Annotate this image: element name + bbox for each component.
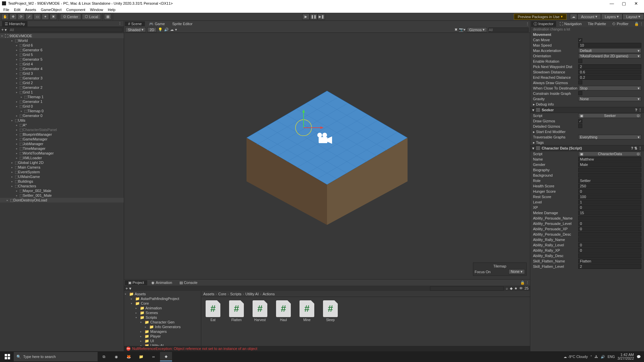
project-folder[interactable]: ▸📁 AstarPathfindingProject [125, 296, 200, 301]
hierarchy-item[interactable]: ▸⬚ EventSystem [0, 170, 124, 174]
hierarchy-item[interactable]: ▸⬚ UIMainGame [0, 174, 124, 179]
preview-packages-button[interactable]: Preview Packages in Use ▾ [514, 14, 567, 20]
detailed-gizmos-checkbox[interactable] [578, 124, 582, 128]
project-add-button[interactable]: + ▾ [125, 286, 131, 291]
char-hunger-input[interactable] [578, 189, 641, 194]
sfl-input[interactable] [578, 264, 641, 269]
pivot-center-button[interactable]: ⊙Center [60, 14, 81, 20]
hierarchy-item[interactable]: ▸⬚ Generator 1 [0, 99, 124, 104]
hierarchy-item[interactable]: ▸⬚ Buildings [0, 179, 124, 184]
constrain-checkbox[interactable] [578, 91, 582, 95]
pivot-local-button[interactable]: ⬡Local [82, 14, 101, 20]
char-gender-input[interactable] [578, 162, 641, 167]
project-folder[interactable]: ▸📁 Player [125, 334, 200, 339]
project-folder[interactable]: ▾📁 Character Gen [125, 320, 200, 324]
breadcrumb-item[interactable]: Actions [263, 292, 275, 296]
hierarchy-item[interactable]: ▸⬚ CharacterStatsPanel [0, 127, 124, 132]
pause-button[interactable]: ❚❚ [310, 14, 317, 20]
sfn-input[interactable] [578, 259, 641, 263]
asset-grid[interactable]: #Eat#Flatten#Harvest#Haul#Mine#Sleep [201, 297, 530, 346]
scene-search-input[interactable] [488, 27, 529, 32]
asset-item[interactable]: #Flatten [228, 300, 245, 322]
tab-navigation[interactable]: ⛶ Navigation [557, 21, 584, 26]
hierarchy-item[interactable]: ▸⬚ Tilemap 0 [0, 109, 124, 113]
arn-input[interactable] [578, 237, 641, 242]
gizmos-dropdown[interactable]: Gizmos ▾ [467, 27, 487, 32]
seeker-script-field[interactable]: ▣ Seeker⊙ [578, 113, 641, 118]
focus-on-dropdown[interactable]: None ▾ [508, 269, 525, 274]
hierarchy-item[interactable]: ▸⬚ GameManager [0, 137, 124, 141]
project-folder[interactable]: ▾📁 Utility AI [125, 343, 200, 346]
close-button[interactable]: ✕ [630, 1, 642, 6]
account-dropdown[interactable]: Account ▾ [577, 14, 601, 20]
hierarchy-item[interactable]: ▸⬚ Generator 6 [0, 48, 124, 52]
tray-lang[interactable]: ENG [607, 355, 615, 359]
project-folder[interactable]: ▸📁 Animation [125, 306, 200, 310]
component-menu-icon[interactable]: ⋮ [638, 108, 642, 112]
ard-input[interactable] [578, 253, 641, 258]
end-reached-input[interactable] [578, 75, 641, 80]
tab-animation[interactable]: ◉ Animation [148, 280, 175, 285]
hierarchy-item[interactable]: ▸⬚ TimeManager [0, 146, 124, 151]
scale-tool-button[interactable]: ⤢ [25, 14, 33, 20]
when-close-dropdown[interactable]: Stop▾ [578, 86, 641, 90]
tray-volume-icon[interactable]: 🔊 [601, 355, 605, 359]
preset-icon[interactable]: ⇅ [634, 146, 637, 150]
menu-component[interactable]: Component [64, 8, 87, 12]
orientation-dropdown[interactable]: YAxisForward (for 2D games)▾ [578, 54, 641, 58]
add-gameobject-button[interactable]: + ▾ [1, 27, 7, 32]
hierarchy-item[interactable]: ▸⬚ XMLLoader [0, 156, 124, 160]
tabs-menu-icon[interactable]: ⋮ [526, 22, 529, 26]
char-name-input[interactable] [578, 157, 641, 162]
layers-dropdown[interactable]: Layers ▾ [601, 14, 623, 20]
hand-tool-button[interactable]: ✋ [1, 14, 9, 20]
traversable-dropdown[interactable]: Everything▾ [578, 135, 641, 139]
max-speed-input[interactable] [578, 43, 641, 48]
seeker-component-header[interactable]: ▾Seeker?⋮ [530, 107, 644, 113]
weather-widget[interactable]: ☁ -9°C Cloudy [564, 355, 588, 359]
characterdata-component-header[interactable]: ▾Character Data (Script)?⇅⋮ [530, 145, 644, 151]
hierarchy-item[interactable]: ▸⬚ DontDestroyOnLoad [0, 198, 124, 202]
scene-camera-settings-icon[interactable]: 📷▾ [459, 27, 466, 32]
move-tool-button[interactable]: ✥ [9, 14, 17, 20]
char-level-input[interactable] [578, 200, 641, 204]
tab-scene[interactable]: # Scene [125, 21, 145, 26]
asset-item[interactable]: #Sleep [322, 300, 339, 322]
hierarchy-item[interactable]: ▸⬚ Main Camera [0, 165, 124, 170]
hierarchy-item[interactable]: ▸⬚ Grid 2 [0, 80, 124, 85]
hierarchy-item[interactable]: ▸⬚ Grid 3 [0, 71, 124, 76]
apn-input[interactable] [578, 216, 641, 221]
layout-dropdown[interactable]: Layout ▾ [623, 14, 644, 20]
hierarchy-item[interactable]: ▸⬚ Generator 0 [0, 113, 124, 118]
hierarchy-item[interactable]: ▸⬚ Mayor_002_Male [0, 188, 124, 193]
arl-input[interactable] [578, 243, 641, 247]
help-icon[interactable]: ? [635, 108, 637, 112]
tab-tile-palette[interactable]: Tile Palette [585, 21, 609, 26]
hierarchy-item[interactable]: ▸⬚ Generator 2 [0, 85, 124, 90]
hierarchy-scene[interactable]: ▾⛶ 99DEVMODE [0, 34, 124, 38]
project-folder[interactable]: ▾📁 Core [125, 301, 200, 306]
hierarchy-item[interactable]: ▸⬚ WorldToolManager [0, 151, 124, 156]
char-rest-input[interactable] [578, 194, 641, 199]
project-root[interactable]: ▾📁 Assets [125, 292, 200, 296]
hierarchy-item[interactable]: ▸⬚ BlueprintManager [0, 132, 124, 137]
scene-camera-icon[interactable]: ✖ [454, 27, 458, 32]
apl-input[interactable] [578, 221, 641, 226]
hierarchy-tab[interactable]: ☰ Hierarchy [2, 21, 28, 26]
inspector-menu-icon[interactable]: ⋮ [640, 22, 643, 26]
char-role-input[interactable] [578, 178, 641, 183]
tray-notifications-icon[interactable]: 💬 [637, 355, 641, 359]
cloud-button[interactable]: ☁ [570, 14, 577, 20]
hierarchy-item[interactable]: ▸⬚ JobManager [0, 141, 124, 146]
tab-inspector[interactable]: ⓘ Inspector [531, 21, 556, 27]
transform-tool-button[interactable]: ✦ [42, 14, 49, 20]
hierarchy-item[interactable]: ▸⬚ Grid 1 [0, 90, 124, 95]
project-folder[interactable]: ▸📁 UI [125, 339, 200, 343]
hierarchy-item[interactable]: ▸⬚ Generator 3 [0, 76, 124, 80]
enable-rotation-checkbox[interactable] [578, 59, 582, 63]
project-tree[interactable]: ▾📁 Assets▸📁 AstarPathfindingProject▾📁 Co… [124, 291, 201, 346]
start-button[interactable] [1, 352, 13, 361]
task-view-button[interactable]: ⧉ [98, 352, 110, 361]
hierarchy-search-input[interactable] [8, 27, 122, 32]
maximize-button[interactable]: ▢ [618, 1, 630, 6]
